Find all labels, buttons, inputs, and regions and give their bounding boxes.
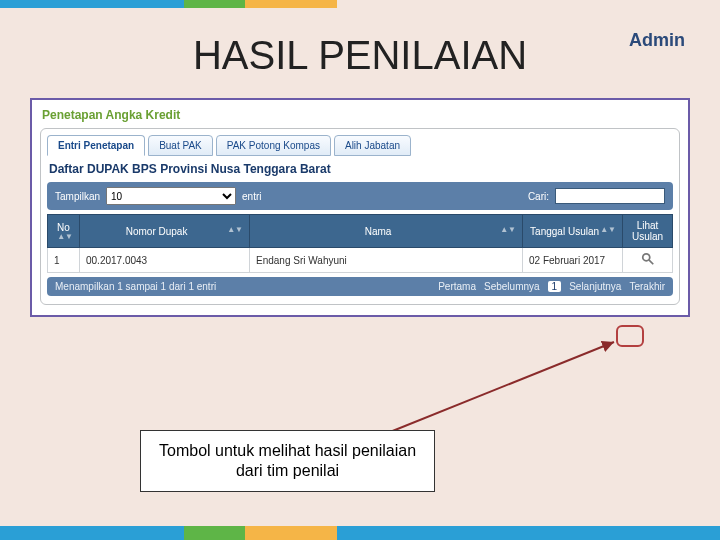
annotation-callout: Tombol untuk melihat hasil penilaian dar… bbox=[140, 430, 435, 492]
sort-icon: ▲▼ bbox=[600, 226, 616, 234]
col-lihat-usulan: Lihat Usulan bbox=[623, 215, 673, 248]
cell-tanggal-usulan: 02 Februari 2017 bbox=[523, 248, 623, 273]
sort-icon: ▲▼ bbox=[57, 233, 73, 241]
page-next[interactable]: Selanjutnya bbox=[569, 281, 621, 292]
sort-icon: ▲▼ bbox=[227, 226, 243, 234]
page-prev[interactable]: Sebelumnya bbox=[484, 281, 540, 292]
col-nomor-dupak[interactable]: Nomor Dupak▲▼ bbox=[80, 215, 250, 248]
tabs: Entri Penetapan Buat PAK PAK Potong Komp… bbox=[47, 135, 673, 156]
col-nama[interactable]: Nama▲▼ bbox=[250, 215, 523, 248]
role-label: Admin bbox=[629, 30, 685, 51]
entries-info: Menampilkan 1 sampai 1 dari 1 entri bbox=[55, 281, 216, 292]
page-1[interactable]: 1 bbox=[548, 281, 562, 292]
section-heading: Penetapan Angka Kredit bbox=[42, 108, 680, 122]
cell-no: 1 bbox=[48, 248, 80, 273]
svg-line-1 bbox=[648, 260, 652, 264]
search-input[interactable] bbox=[555, 188, 665, 204]
control-bar: Tampilkan 10 entri Cari: bbox=[47, 182, 673, 210]
inner-panel: Entri Penetapan Buat PAK PAK Potong Komp… bbox=[40, 128, 680, 305]
app-panel: Penetapan Angka Kredit Entri Penetapan B… bbox=[30, 98, 690, 317]
callout-text-1: Tombol untuk melihat hasil penilaian bbox=[159, 441, 416, 461]
svg-point-0 bbox=[642, 254, 649, 261]
data-table: No▲▼ Nomor Dupak▲▼ Nama▲▼ Tanggal Usulan… bbox=[47, 214, 673, 273]
tab-pak-potong-kompas[interactable]: PAK Potong Kompas bbox=[216, 135, 331, 156]
table-footer: Menampilkan 1 sampai 1 dari 1 entri Pert… bbox=[47, 277, 673, 296]
tab-entri-penetapan[interactable]: Entri Penetapan bbox=[47, 135, 145, 156]
view-icon[interactable] bbox=[641, 252, 655, 266]
cell-nama: Endang Sri Wahyuni bbox=[250, 248, 523, 273]
cell-nomor-dupak: 00.2017.0043 bbox=[80, 248, 250, 273]
callout-text-2: dari tim penilai bbox=[159, 461, 416, 481]
tab-buat-pak[interactable]: Buat PAK bbox=[148, 135, 213, 156]
col-tanggal-usulan[interactable]: Tanggal Usulan▲▼ bbox=[523, 215, 623, 248]
col-no[interactable]: No▲▼ bbox=[48, 215, 80, 248]
page-size-select[interactable]: 10 bbox=[106, 187, 236, 205]
panel-title: Daftar DUPAK BPS Provinsi Nusa Tenggara … bbox=[49, 162, 671, 176]
search-label: Cari: bbox=[528, 191, 549, 202]
sort-icon: ▲▼ bbox=[500, 226, 516, 234]
show-label: Tampilkan bbox=[55, 191, 100, 202]
cell-lihat-usulan bbox=[623, 248, 673, 273]
tab-alih-jabatan[interactable]: Alih Jabatan bbox=[334, 135, 411, 156]
page-last[interactable]: Terakhir bbox=[629, 281, 665, 292]
annotation-highlight bbox=[616, 325, 644, 347]
page-title: HASIL PENILAIAN bbox=[0, 33, 720, 78]
table-row: 1 00.2017.0043 Endang Sri Wahyuni 02 Feb… bbox=[48, 248, 673, 273]
page-first[interactable]: Pertama bbox=[438, 281, 476, 292]
svg-line-2 bbox=[390, 342, 614, 432]
entries-label: entri bbox=[242, 191, 261, 202]
